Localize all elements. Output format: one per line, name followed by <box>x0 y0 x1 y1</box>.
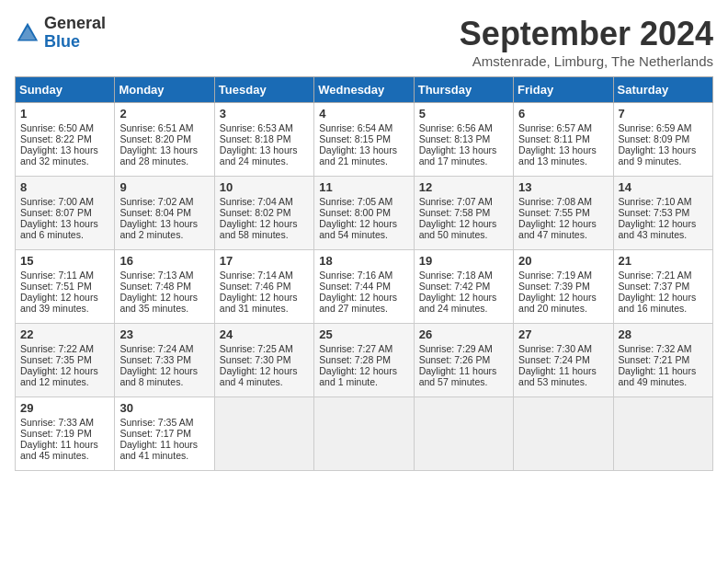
calendar-cell: 17Sunrise: 7:14 AMSunset: 7:46 PMDayligh… <box>214 250 313 324</box>
day-number: 3 <box>220 107 309 121</box>
calendar-cell: 12Sunrise: 7:07 AMSunset: 7:58 PMDayligh… <box>414 177 513 250</box>
day-number: 27 <box>518 327 608 341</box>
day-info: Sunrise: 7:18 AM <box>419 270 508 281</box>
day-info: Daylight: 12 hours <box>319 292 408 303</box>
day-info: Daylight: 13 hours <box>419 144 508 155</box>
day-info: Sunset: 8:04 PM <box>119 207 209 218</box>
header-day-thursday: Thursday <box>414 77 513 103</box>
calendar-cell: 28Sunrise: 7:32 AMSunset: 7:21 PMDayligh… <box>613 324 712 397</box>
day-info: and 21 minutes. <box>319 155 408 167</box>
day-info: Daylight: 11 hours <box>20 439 109 450</box>
day-number: 16 <box>119 254 209 268</box>
week-row-2: 15Sunrise: 7:11 AMSunset: 7:51 PMDayligh… <box>16 250 713 324</box>
header-day-monday: Monday <box>115 77 214 103</box>
logo: General Blue <box>15 15 106 52</box>
day-info: and 20 minutes. <box>518 303 608 314</box>
week-row-3: 22Sunrise: 7:22 AMSunset: 7:35 PMDayligh… <box>16 324 713 397</box>
day-number: 10 <box>220 180 309 194</box>
day-info: Sunrise: 6:51 AM <box>119 122 209 133</box>
calendar-cell: 29Sunrise: 7:33 AMSunset: 7:19 PMDayligh… <box>16 397 115 471</box>
day-number: 14 <box>619 180 708 194</box>
day-info: Daylight: 12 hours <box>518 292 608 303</box>
calendar-cell: 10Sunrise: 7:04 AMSunset: 8:02 PMDayligh… <box>214 177 313 250</box>
day-number: 1 <box>20 107 109 121</box>
day-number: 4 <box>319 107 408 121</box>
calendar-cell: 22Sunrise: 7:22 AMSunset: 7:35 PMDayligh… <box>16 324 115 397</box>
day-info: and 35 minutes. <box>119 303 209 314</box>
day-info: Sunrise: 7:13 AM <box>119 270 209 281</box>
day-number: 29 <box>20 401 109 415</box>
calendar-cell: 8Sunrise: 7:00 AMSunset: 8:07 PMDaylight… <box>16 177 115 250</box>
calendar-cell: 30Sunrise: 7:35 AMSunset: 7:17 PMDayligh… <box>115 397 214 471</box>
day-info: and 54 minutes. <box>319 229 408 240</box>
day-info: Sunset: 7:21 PM <box>619 354 708 365</box>
day-info: and 24 minutes. <box>220 155 309 167</box>
calendar-cell: 13Sunrise: 7:08 AMSunset: 7:55 PMDayligh… <box>514 177 613 250</box>
day-info: Sunrise: 7:35 AM <box>119 417 209 428</box>
month-title: September 2024 <box>460 15 713 53</box>
day-info: Sunset: 8:22 PM <box>20 133 109 144</box>
day-info: Sunrise: 6:59 AM <box>619 122 708 133</box>
day-info: Sunset: 7:53 PM <box>619 207 708 218</box>
page-header: General Blue September 2024 Amstenrade, … <box>15 15 713 69</box>
day-info: Sunset: 8:11 PM <box>518 133 608 144</box>
day-info: Daylight: 11 hours <box>518 365 608 376</box>
day-number: 23 <box>119 327 209 341</box>
day-info: and 24 minutes. <box>419 303 508 314</box>
day-number: 11 <box>319 180 408 194</box>
day-info: Sunrise: 7:24 AM <box>119 343 209 354</box>
day-info: Daylight: 12 hours <box>20 365 109 376</box>
calendar-cell: 4Sunrise: 6:54 AMSunset: 8:15 PMDaylight… <box>314 103 414 177</box>
calendar-cell <box>414 397 513 471</box>
day-info: Daylight: 13 hours <box>20 218 109 229</box>
day-info: Sunset: 7:26 PM <box>419 354 508 365</box>
day-number: 24 <box>220 327 309 341</box>
day-info: Daylight: 13 hours <box>119 144 209 155</box>
day-info: Daylight: 12 hours <box>319 218 408 229</box>
day-info: and 9 minutes. <box>619 155 708 167</box>
calendar-cell: 15Sunrise: 7:11 AMSunset: 7:51 PMDayligh… <box>16 250 115 324</box>
day-number: 26 <box>419 327 508 341</box>
day-info: Daylight: 12 hours <box>119 292 209 303</box>
day-number: 19 <box>419 254 508 268</box>
day-info: Daylight: 12 hours <box>20 292 109 303</box>
day-info: Sunset: 7:42 PM <box>419 281 508 292</box>
calendar-cell: 11Sunrise: 7:05 AMSunset: 8:00 PMDayligh… <box>314 177 414 250</box>
day-info: Sunrise: 6:54 AM <box>319 122 408 133</box>
day-info: Sunset: 8:13 PM <box>419 133 508 144</box>
day-info: Daylight: 12 hours <box>518 218 608 229</box>
day-info: Sunset: 7:55 PM <box>518 207 608 218</box>
day-info: Sunrise: 7:02 AM <box>119 196 209 207</box>
day-info: and 53 minutes. <box>518 376 608 387</box>
day-info: Sunrise: 7:04 AM <box>220 196 309 207</box>
day-info: Sunset: 8:20 PM <box>119 133 209 144</box>
header-day-sunday: Sunday <box>16 77 115 103</box>
day-number: 22 <box>20 327 109 341</box>
calendar-cell: 3Sunrise: 6:53 AMSunset: 8:18 PMDaylight… <box>214 103 313 177</box>
day-info: Daylight: 13 hours <box>619 144 708 155</box>
logo-text: General Blue <box>44 15 106 52</box>
day-info: Sunset: 7:17 PM <box>119 428 209 439</box>
day-info: and 13 minutes. <box>518 155 608 167</box>
day-number: 13 <box>518 180 608 194</box>
day-info: and 1 minute. <box>319 376 408 387</box>
day-info: Sunrise: 7:30 AM <box>518 343 608 354</box>
day-info: Sunrise: 6:53 AM <box>220 122 309 133</box>
day-info: and 57 minutes. <box>419 376 508 387</box>
day-info: Daylight: 13 hours <box>220 144 309 155</box>
calendar-cell: 25Sunrise: 7:27 AMSunset: 7:28 PMDayligh… <box>314 324 414 397</box>
day-info: Sunrise: 7:19 AM <box>518 270 608 281</box>
day-info: and 43 minutes. <box>619 229 708 240</box>
day-number: 15 <box>20 254 109 268</box>
day-info: and 4 minutes. <box>220 376 309 387</box>
day-info: Daylight: 12 hours <box>119 365 209 376</box>
day-number: 6 <box>518 107 608 121</box>
day-info: Sunset: 8:00 PM <box>319 207 408 218</box>
day-info: Daylight: 13 hours <box>119 218 209 229</box>
day-info: Daylight: 12 hours <box>619 292 708 303</box>
day-number: 18 <box>319 254 408 268</box>
day-info: Sunset: 8:02 PM <box>220 207 309 218</box>
calendar-cell <box>214 397 313 471</box>
day-info: and 49 minutes. <box>619 376 708 387</box>
day-number: 9 <box>119 180 209 194</box>
